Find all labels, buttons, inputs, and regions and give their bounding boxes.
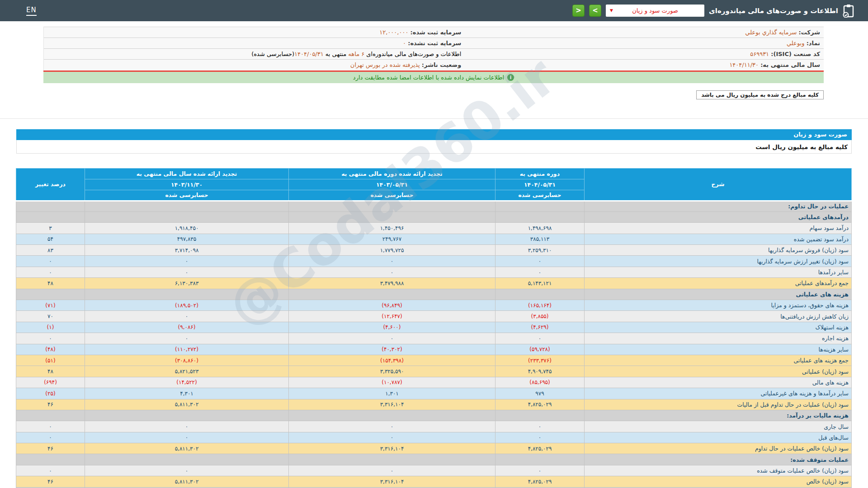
amounts-unit-note: کلیه مبالغ درج شده به میلیون ریال می باش… [696, 90, 824, 99]
value-cell [289, 289, 495, 300]
value-cell: ۳,۳۱۶,۱۰۴ [289, 476, 495, 487]
value-cell [85, 201, 289, 211]
company-label: شرکت: [799, 29, 820, 36]
value-cell: ۱,۳۰۱ [289, 388, 495, 399]
table-row: هزینه استهلاک(۴,۶۲۹)(۴,۶۰۰)(۹,۰۸۶)(۱) [16, 322, 852, 333]
period-statement-text: اطلاعات و صورت‌های مالی میاندوره‌ای [364, 51, 461, 57]
value-cell: ۳,۳۱۶,۱۰۴ [289, 399, 495, 410]
value-cell: ۰ [16, 333, 85, 344]
income-statement-section: صورت سود و زیان کلیه مبالغ به میلیون ریا… [16, 129, 852, 488]
isic-code-label: کد صنعت (ISIC): [771, 51, 820, 57]
value-cell: ۴۹۷,۸۳۵ [85, 234, 289, 244]
table-row: هزینه های مالی(۸۵,۶۹۵)(۱۰,۷۸۷)(۱۴,۵۲۲)(۶… [16, 377, 852, 388]
symbol-label: نماد: [807, 40, 820, 47]
table-row: هزینه اجاره۰۰۰۰ [16, 333, 852, 344]
value-cell: ۴,۹۰۹,۷۴۵ [495, 366, 585, 377]
unregistered-capital-value: ۰ [403, 40, 406, 47]
value-cell [16, 289, 85, 300]
signature-match-banner: i اطلاعات نمایش داده شده با اطلاعات امضا… [43, 72, 824, 83]
value-cell: ۹۷۹ [495, 388, 585, 399]
value-cell [16, 201, 85, 211]
value-cell: (۴,۶۲۹) [495, 322, 585, 333]
row-label: سود (زیان) عملیاتی [585, 366, 852, 377]
fiscal-year-end-value: ۱۴۰۴/۱۱/۳۰ [729, 61, 759, 68]
value-cell: ۸۳ [16, 245, 85, 256]
value-cell: ۰ [289, 432, 495, 443]
value-cell: ۷۰ [16, 311, 85, 322]
symbol-value: وبوعلي [787, 40, 805, 47]
value-cell: ۰ [16, 421, 85, 432]
value-cell: ۳,۷۱۴,۰۹۸ [85, 245, 289, 256]
signature-match-text: اطلاعات نمایش داده شده با اطلاعات امضا ش… [353, 74, 504, 81]
value-cell: ۰ [85, 311, 289, 322]
value-cell: ۴۶ [16, 476, 85, 487]
value-cell [85, 289, 289, 300]
row-label: جمع هزینه های عملیاتی [585, 355, 852, 366]
value-cell: (۲۵) [16, 388, 85, 399]
value-cell: ۱,۷۷۹,۷۲۵ [289, 245, 495, 256]
value-cell [85, 454, 289, 465]
value-cell: ۰ [495, 421, 585, 432]
statement-select-value: صورت سود و زیان [606, 7, 704, 14]
column-date-restated-year: ۱۴۰۳/۱۱/۳۰ [85, 179, 289, 190]
value-cell [289, 454, 495, 465]
row-label: سال جاری [585, 421, 852, 432]
value-cell: ۰ [495, 465, 585, 476]
section-divider [0, 118, 868, 119]
previous-statement-button[interactable]: < [572, 5, 585, 17]
value-cell: ۳۸۵,۱۱۳ [495, 234, 585, 244]
clipboard-check-icon [843, 4, 854, 18]
table-header: شرح دوره منتهی به تجدید ارائه شده دوره م… [16, 168, 852, 201]
value-cell: ۰ [85, 421, 289, 432]
value-cell: ۰ [289, 421, 495, 432]
value-cell: ۱,۴۹۸,۶۹۸ [495, 223, 585, 234]
statement-unit-subtitle: کلیه مبالغ به میلیون ریال است [16, 140, 852, 154]
table-row: سود (زیان) فروش سرمایه گذاریها۳,۲۵۹,۳۱۰۱… [16, 245, 852, 256]
row-label: هزینه استهلاک [585, 322, 852, 333]
value-cell: (۹۶,۸۴۹) [289, 300, 495, 311]
column-date-current-period: ۱۴۰۴/۰۵/۳۱ [495, 179, 585, 190]
next-statement-button[interactable]: > [589, 5, 601, 17]
table-row: هزینه های عملیاتی [16, 289, 852, 300]
value-cell: (۱۰,۷۸۷) [289, 377, 495, 388]
value-cell: ۰ [16, 465, 85, 476]
value-cell: ۳ [16, 223, 85, 234]
value-cell [495, 201, 585, 211]
row-label: سود (زیان) عملیات در حال تداوم قبل از ما… [585, 399, 852, 410]
column-header-restated-period: تجدید ارائه شده دوره مالی منتهی به [289, 168, 495, 179]
statement-select-dropdown[interactable]: صورت سود و زیان ▼ [606, 5, 704, 17]
value-cell [16, 410, 85, 421]
table-row: کد صنعت (ISIC): ۵۶۹۹۳۱ اطلاعات و صورت‌ها… [44, 49, 824, 60]
row-label: عملیات در حال تداوم: [585, 201, 852, 211]
value-cell: (۴۰,۳۰۲) [289, 344, 495, 355]
value-cell: ۰ [85, 465, 289, 476]
value-cell: ۱,۴۵۰,۴۹۶ [289, 223, 495, 234]
table-row: شرکت: سرمایه گذاري بوعلي سرمایه ثبت شده:… [44, 27, 824, 38]
column-header-restated-year: تجدید ارائه شده سال مالی منتهی به [85, 168, 289, 179]
value-cell: (۶۹۴) [16, 377, 85, 388]
value-cell: ۰ [16, 267, 85, 277]
table-row: درآمد سود تضمین شده۳۸۵,۱۱۳۲۴۹,۷۶۷۴۹۷,۸۳۵… [16, 234, 852, 244]
row-label: سایر درآمدها [585, 267, 852, 277]
value-cell: (۴۸) [16, 344, 85, 355]
value-cell: (۱۲,۶۴۷) [289, 311, 495, 322]
row-label: سود (زیان) خالص [585, 476, 852, 487]
row-label: سود (زیان) خالص عملیات در حال تداوم [585, 443, 852, 454]
chevron-down-icon: ▼ [610, 8, 613, 13]
value-cell: ۱,۹۱۸,۴۵۰ [85, 223, 289, 234]
value-cell [289, 211, 495, 222]
value-cell: ۰ [85, 333, 289, 344]
row-label: درآمد سود سهام [585, 223, 852, 234]
row-label: عملیات متوقف شده: [585, 454, 852, 465]
table-row: عملیات در حال تداوم: [16, 201, 852, 211]
value-cell: (۴,۶۰۰) [289, 322, 495, 333]
table-row: درآمد سود سهام۱,۴۹۸,۶۹۸۱,۴۵۰,۴۹۶۱,۹۱۸,۴۵… [16, 223, 852, 234]
row-label: هزینه مالیات بر درآمد: [585, 410, 852, 421]
value-cell: ۵,۱۴۳,۱۲۱ [495, 278, 585, 289]
column-audited-restated-period: حسابرسی شده [289, 190, 495, 201]
table-row: سایر درآمدها۰۰۰۰ [16, 267, 852, 277]
value-cell: ۳,۲۵۹,۳۱۰ [495, 245, 585, 256]
value-cell: ۲۴۹,۷۶۷ [289, 234, 495, 244]
table-row: سایر درآمدها و هزینه های غیرعملیاتی۹۷۹۱,… [16, 388, 852, 399]
language-toggle-en[interactable]: EN [26, 6, 37, 16]
